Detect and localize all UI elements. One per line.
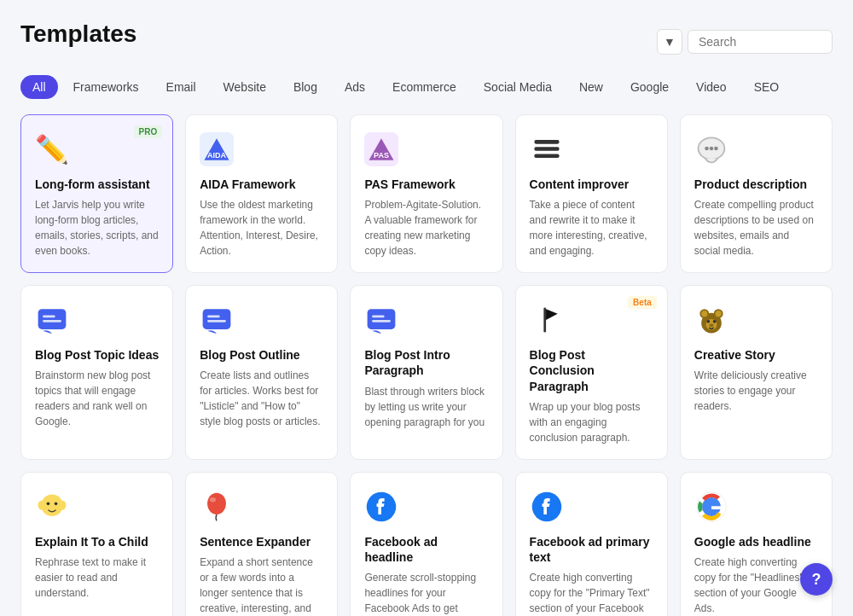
desc-product-description: Create compelling product descriptions t… (694, 197, 818, 259)
desc-fb-primary: Create high converting copy for the "Pri… (530, 570, 653, 616)
title-blog-intro: Blog Post Intro Paragraph (364, 347, 488, 378)
desc-aida: Use the oldest marketing framework in th… (200, 197, 323, 259)
svg-rect-14 (38, 309, 67, 329)
svg-rect-17 (203, 309, 231, 329)
desc-pas: Problem-Agitate-Solution. A valuable fra… (364, 197, 488, 259)
svg-rect-9 (534, 154, 559, 158)
svg-point-36 (38, 500, 44, 509)
tab-website[interactable]: Website (212, 75, 278, 99)
tab-email[interactable]: Email (154, 75, 208, 99)
svg-rect-21 (372, 316, 385, 318)
icon-blog-intro (364, 301, 488, 339)
badge-long-form: PRO (134, 125, 163, 138)
page-title: Templates (20, 20, 136, 48)
tab-video[interactable]: Video (684, 75, 739, 99)
svg-rect-19 (207, 320, 226, 323)
svg-point-37 (60, 500, 66, 509)
search-area: ▼ (657, 29, 833, 55)
card-sentence-expander[interactable]: Sentence Expander Expand a short sentenc… (185, 472, 338, 616)
tab-google[interactable]: Google (618, 75, 681, 99)
title-blog-outline: Blog Post Outline (200, 347, 323, 363)
icon-product-description (694, 131, 818, 168)
desc-blog-outline: Create lists and outlines for articles. … (200, 368, 323, 429)
svg-point-28 (715, 311, 721, 317)
title-aida: AIDA Framework (200, 177, 323, 192)
svg-point-13 (714, 147, 718, 151)
card-blog-topic-ideas[interactable]: Blog Post Topic Ideas Brainstorm new blo… (20, 285, 173, 460)
card-explain-child[interactable]: Explain It To a Child Rephrase text to m… (20, 472, 173, 616)
svg-rect-15 (43, 316, 55, 318)
svg-rect-20 (368, 309, 396, 329)
title-blog-topic-ideas: Blog Post Topic Ideas (35, 347, 159, 363)
tab-blog[interactable]: Blog (281, 75, 329, 99)
title-sentence-expander: Sentence Expander (200, 534, 323, 549)
svg-rect-8 (534, 147, 559, 151)
svg-rect-7 (534, 140, 559, 144)
icon-pas: PAS (364, 131, 488, 168)
tab-all[interactable]: All (20, 75, 58, 99)
icon-fb-primary (530, 488, 653, 526)
templates-grid: PRO ✏️ Long-form assistant Let Jarvis he… (20, 114, 833, 616)
icon-google-ads (694, 488, 818, 526)
card-aida[interactable]: AIDA AIDA Framework Use the oldest marke… (185, 114, 338, 273)
tab-seo[interactable]: SEO (742, 75, 792, 99)
svg-point-38 (207, 492, 226, 514)
card-pas[interactable]: PAS PAS Framework Problem-Agitate-Soluti… (350, 114, 502, 273)
card-blog-conclusion[interactable]: Beta Blog Post Conclusion Paragraph Wrap… (515, 285, 668, 460)
card-creative-story[interactable]: Creative Story Write deliciously creativ… (680, 285, 833, 460)
card-fb-primary[interactable]: Facebook ad primary text Create high con… (515, 472, 668, 616)
card-blog-outline[interactable]: Blog Post Outline Create lists and outli… (185, 285, 338, 460)
svg-rect-16 (43, 320, 61, 323)
svg-point-35 (55, 502, 58, 505)
svg-point-27 (701, 311, 707, 317)
svg-point-30 (706, 320, 710, 323)
card-content-improver[interactable]: Content improver Take a piece of content… (515, 114, 668, 273)
svg-rect-18 (207, 316, 220, 318)
card-product-description[interactable]: Product description Create compelling pr… (680, 114, 833, 273)
svg-point-39 (210, 497, 216, 502)
tab-ecommerce[interactable]: Ecommerce (380, 75, 468, 99)
title-long-form: Long-form assistant (35, 177, 159, 192)
search-input[interactable] (688, 30, 833, 54)
tab-frameworks[interactable]: Frameworks (61, 75, 151, 99)
icon-blog-topic-ideas (35, 301, 159, 339)
desc-blog-conclusion: Wrap up your blog posts with an engaging… (530, 399, 653, 445)
desc-content-improver: Take a piece of content and rewrite it t… (530, 197, 653, 259)
svg-point-34 (47, 502, 50, 505)
badge-blog-conclusion: Beta (628, 296, 657, 309)
card-fb-headline[interactable]: Facebook ad headline Generate scroll-sto… (350, 472, 502, 616)
page-header: Templates ▼ AllFrameworksEmailWebsiteBlo… (20, 20, 833, 99)
svg-text:AIDA: AIDA (207, 151, 227, 160)
desc-long-form: Let Jarvis help you write long-form blog… (35, 197, 159, 259)
card-long-form[interactable]: PRO ✏️ Long-form assistant Let Jarvis he… (20, 114, 173, 273)
icon-content-improver (530, 131, 653, 168)
tab-ads[interactable]: Ads (333, 75, 377, 99)
icon-fb-headline (364, 488, 488, 526)
svg-point-31 (713, 320, 717, 323)
card-blog-intro[interactable]: Blog Post Intro Paragraph Blast through … (350, 285, 502, 460)
title-creative-story: Creative Story (694, 347, 818, 363)
tab-social-media[interactable]: Social Media (472, 75, 564, 99)
title-fb-headline: Facebook ad headline (364, 534, 488, 565)
svg-rect-22 (372, 320, 391, 323)
svg-point-32 (709, 324, 713, 328)
desc-blog-intro: Blast through writers block by letting u… (364, 384, 488, 430)
icon-creative-story (694, 301, 818, 339)
title-product-description: Product description (694, 177, 818, 192)
svg-point-11 (705, 147, 709, 151)
desc-google-ads: Create high converting copy for the "Hea… (694, 555, 818, 616)
title-explain-child: Explain It To a Child (35, 534, 159, 549)
title-blog-conclusion: Blog Post Conclusion Paragraph (530, 347, 653, 394)
desc-fb-headline: Generate scroll-stopping headlines for y… (364, 570, 488, 616)
tab-new[interactable]: New (567, 75, 615, 99)
title-content-improver: Content improver (530, 177, 653, 192)
title-fb-primary: Facebook ad primary text (530, 534, 653, 565)
desc-explain-child: Rephrase text to make it easier to read … (35, 555, 159, 601)
help-button[interactable]: ? (800, 563, 833, 596)
icon-blog-outline (200, 301, 323, 339)
svg-point-12 (710, 147, 714, 151)
desc-blog-topic-ideas: Brainstorm new blog post topics that wil… (35, 368, 159, 429)
desc-sentence-expander: Expand a short sentence or a few words i… (200, 555, 323, 616)
title-pas: PAS Framework (364, 177, 488, 192)
filter-button[interactable]: ▼ (657, 29, 682, 55)
